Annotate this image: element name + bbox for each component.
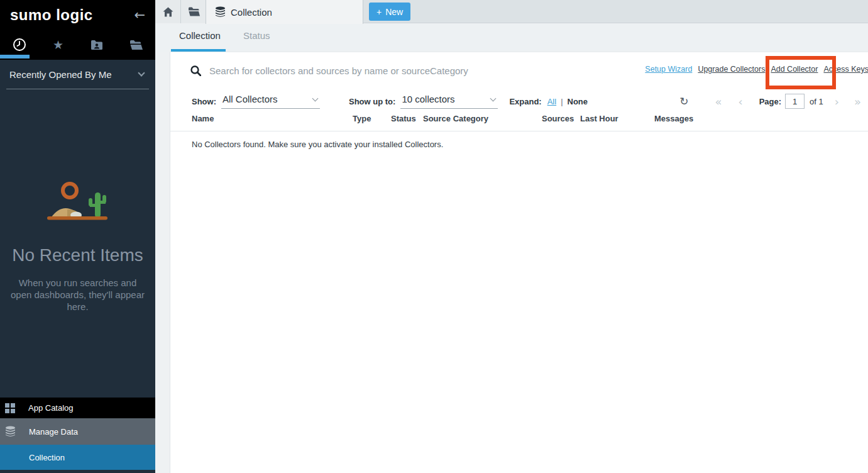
- sidebar-item-manage-data[interactable]: Manage Data: [0, 418, 155, 445]
- access-keys-link[interactable]: Access Keys: [823, 65, 868, 74]
- show-up-to-label: Show up to:: [349, 97, 395, 106]
- upgrade-collectors-link[interactable]: Upgrade Collectors: [698, 65, 765, 74]
- filter-group: Show: All Collectors Show up to: 10 coll…: [192, 94, 588, 109]
- subtab-collection[interactable]: Collection: [179, 30, 221, 41]
- show-label: Show:: [192, 97, 216, 106]
- column-header-status[interactable]: Status: [391, 114, 423, 131]
- app-catalog-label: App Catalog: [28, 403, 74, 413]
- setup-wizard-link[interactable]: Setup Wizard: [645, 65, 692, 74]
- show-up-to-dropdown-value: 10 collectors: [402, 94, 454, 104]
- plus-icon: +: [376, 7, 382, 17]
- sidebar-tab-favorites[interactable]: ★: [39, 30, 78, 60]
- page-count-label: of 1: [810, 97, 823, 106]
- recent-empty-state: No Recent Items When you run searches an…: [0, 181, 155, 313]
- sidebar: sumo logic ← ★: [0, 0, 155, 473]
- action-links: Setup Wizard Upgrade Collectors Add Coll…: [645, 65, 868, 74]
- database-icon: [215, 6, 226, 18]
- sumo-logic-logo: sumo logic: [10, 6, 93, 24]
- sidebar-tab-shared[interactable]: [78, 30, 117, 60]
- folder-person-icon: [91, 40, 103, 50]
- home-icon: [163, 7, 173, 17]
- collapse-sidebar-arrow-icon[interactable]: ←: [134, 8, 145, 23]
- page-label: Page:: [759, 97, 781, 106]
- last-page-button[interactable]: »: [854, 95, 861, 108]
- recent-scope-label: Recently Opened By Me: [9, 69, 112, 80]
- expand-label: Expand:: [509, 97, 541, 106]
- chevron-down-icon: [312, 95, 319, 101]
- subtab-status[interactable]: Status: [243, 30, 270, 41]
- column-header-messages[interactable]: Messages: [654, 114, 868, 131]
- column-header-sources[interactable]: Sources: [542, 114, 580, 131]
- show-up-to-dropdown[interactable]: 10 collectors: [400, 94, 498, 109]
- sidebar-icon-tabs: ★: [0, 30, 155, 60]
- next-page-button[interactable]: ›: [835, 95, 839, 108]
- desert-illustration: [0, 181, 155, 231]
- pagination-group: ↻ « ‹ Page: of 1 › »: [679, 94, 861, 109]
- tab-collection[interactable]: Collection: [206, 0, 363, 24]
- active-tab-indicator: [0, 55, 30, 58]
- add-collector-link[interactable]: Add Collector: [771, 65, 818, 74]
- app-grid-icon: [5, 403, 15, 413]
- tab-collection-label: Collection: [231, 7, 272, 18]
- main-area: Collection + New Collection Status Setup…: [155, 0, 868, 473]
- empty-state-description: When you run searches and open dashboard…: [8, 277, 148, 313]
- open-folder-icon: [129, 40, 143, 50]
- page-number-input[interactable]: [785, 94, 805, 109]
- dropdown-underline: [6, 89, 149, 89]
- divider: |: [561, 97, 563, 106]
- column-header-name[interactable]: Name: [192, 114, 353, 131]
- new-button-label: New: [385, 7, 403, 17]
- tab-strip: Collection + New: [155, 0, 868, 23]
- sidebar-item-collection[interactable]: Collection: [0, 445, 155, 470]
- folder-icon: [188, 7, 200, 16]
- search-input[interactable]: [209, 65, 480, 76]
- previous-page-button[interactable]: ‹: [738, 95, 742, 108]
- no-collectors-message: No Collectors found. Make sure you activ…: [192, 140, 443, 149]
- show-dropdown-value: All Collectors: [222, 94, 278, 104]
- home-tab-button[interactable]: [155, 0, 181, 23]
- clock-icon: [13, 38, 26, 52]
- star-icon: ★: [53, 38, 63, 52]
- recent-scope-dropdown[interactable]: Recently Opened By Me: [0, 60, 155, 89]
- search-row: Setup Wizard Upgrade Collectors Add Coll…: [170, 52, 868, 89]
- sidebar-logo-bar: sumo logic ←: [0, 0, 155, 30]
- sidebar-tab-recent[interactable]: [0, 30, 39, 60]
- show-dropdown[interactable]: All Collectors: [221, 94, 320, 109]
- expand-all-link[interactable]: All: [547, 97, 556, 106]
- chevron-down-icon: [490, 95, 497, 101]
- sidebar-tab-library[interactable]: [116, 30, 155, 60]
- chevron-down-icon: [138, 69, 145, 76]
- table-header-row: Name Type Status Source Category Sources…: [170, 114, 868, 131]
- subtab-bar: Collection Status: [155, 24, 868, 52]
- collection-label: Collection: [29, 453, 65, 462]
- library-tab-button[interactable]: [181, 0, 207, 23]
- column-header-type[interactable]: Type: [353, 114, 391, 131]
- manage-data-label: Manage Data: [29, 427, 78, 437]
- collection-panel: Setup Wizard Upgrade Collectors Add Coll…: [170, 52, 868, 473]
- first-page-button[interactable]: «: [715, 95, 722, 108]
- empty-state-title: No Recent Items: [0, 245, 155, 265]
- app-window: sumo logic ← ★: [0, 0, 868, 473]
- column-header-source-category[interactable]: Source Category: [423, 114, 542, 131]
- column-header-last-hour[interactable]: Last Hour: [580, 114, 654, 131]
- sidebar-bottom-nav: App Catalog Manage Data Collection: [0, 398, 155, 470]
- expand-none-link[interactable]: None: [568, 97, 588, 106]
- filter-toolbar: Show: All Collectors Show up to: 10 coll…: [170, 89, 868, 114]
- search-icon: [190, 65, 201, 76]
- sidebar-item-app-catalog[interactable]: App Catalog: [0, 398, 155, 418]
- database-icon: [5, 426, 16, 437]
- refresh-icon[interactable]: ↻: [679, 95, 688, 108]
- new-button[interactable]: + New: [369, 3, 410, 21]
